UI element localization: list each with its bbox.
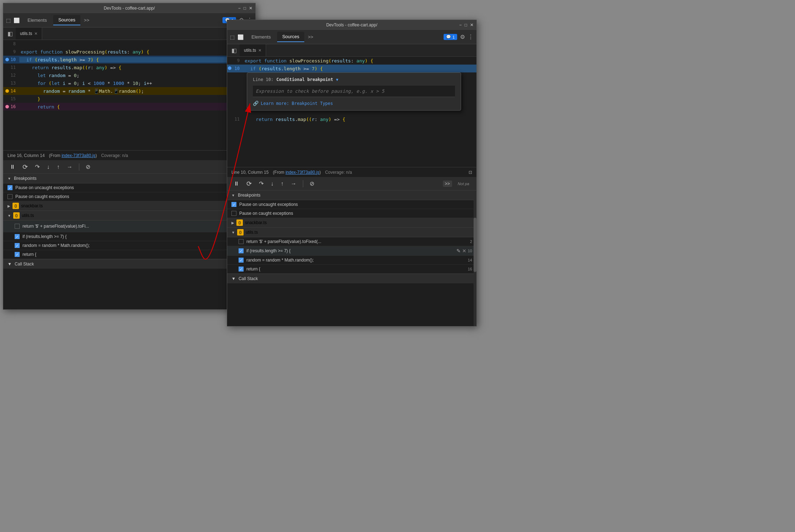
step-over-btn-2[interactable]: ↷	[257, 179, 266, 188]
tab-more-1[interactable]: >>	[82, 16, 91, 24]
file-tab-utils-1[interactable]: utils.ts ✕	[16, 27, 42, 40]
call-stack-header-1[interactable]: ▼ Call Stack	[3, 259, 255, 269]
no-breakpoints-btn-2[interactable]: ⊘	[308, 179, 316, 188]
step-over-btn-1[interactable]: ↷	[33, 162, 42, 172]
pause-uncaught-label-1: Pause on uncaught exceptions	[15, 185, 74, 190]
console-icon-2: 💬	[446, 35, 451, 39]
utils-group-1[interactable]: ▼ {} utils.ts	[3, 211, 255, 221]
step-out-btn-1[interactable]: ↑	[55, 162, 62, 172]
bp-return-dollar-checkbox-1[interactable]	[15, 224, 20, 229]
utils-group-2[interactable]: ▼ {} utils.ts	[227, 228, 476, 237]
pause-uncaught-checkbox-2[interactable]	[231, 202, 236, 207]
code-area-2: 9 export function slowProcessing(results…	[227, 57, 476, 167]
more-icon-2[interactable]: ⋮	[468, 34, 474, 40]
bp-return-text-2: return {	[246, 267, 260, 272]
coverage-expand-2[interactable]: ⊡	[469, 170, 472, 175]
breakpoints-header-2[interactable]: ▼ Breakpoints	[227, 191, 476, 200]
pause-btn-1[interactable]: ⏸	[8, 162, 18, 172]
inspect-icon-2[interactable]: ⬚	[230, 34, 235, 40]
bp-return-dollar-text-2: return '$' + parseFloat(value).toFixed(.…	[246, 239, 321, 244]
code-line-10-w2: 10 if (results.length >= 7) {	[227, 65, 476, 72]
from-link-1[interactable]: index-73f73a80.js	[61, 153, 95, 158]
conditional-bp-dropdown[interactable]: ▼	[336, 77, 339, 82]
gear-icon-2[interactable]: ⚙	[460, 34, 465, 40]
bp-random-checkbox-1[interactable]	[15, 243, 20, 248]
step-through-btn-1[interactable]: →	[65, 162, 75, 172]
delete-bp-icon-2[interactable]: ✕	[462, 248, 466, 254]
console-badge-2[interactable]: 💬 1	[444, 34, 457, 40]
pause-uncaught-checkbox-1[interactable]	[8, 185, 12, 190]
code-line-14: 14 random = random * 📱Math.📱random();	[3, 87, 255, 95]
code-area-1: 8 9 export function slowProcessing(resul…	[3, 40, 255, 150]
pause-caught-checkbox-1[interactable]	[8, 194, 12, 199]
file-tab-close-2[interactable]: ✕	[258, 48, 261, 53]
close-btn-1[interactable]: ✕	[249, 6, 252, 11]
tab-elements-1[interactable]: Elements	[22, 15, 52, 25]
snackbar-name-2: snackbar.ts	[245, 220, 267, 225]
title-controls-1: − □ ✕	[238, 6, 252, 11]
device-icon-2[interactable]: ⬜	[238, 34, 244, 40]
call-stack-header-2[interactable]: ▼ Call Stack	[227, 274, 476, 283]
pause-uncaught-1: Pause on uncaught exceptions	[3, 183, 255, 192]
maximize-btn-1[interactable]: □	[244, 6, 246, 11]
step-into-btn-1[interactable]: ↓	[45, 162, 52, 172]
snackbar-group-2[interactable]: ▶ {} snackbar.ts	[227, 218, 476, 228]
pause-btn-2[interactable]: ⏸	[231, 179, 241, 188]
title-bar-1: DevTools - coffee-cart.app/ − □ ✕	[3, 3, 255, 13]
file-tab-bar-1: ◧ utils.ts ✕	[3, 27, 255, 40]
more-panel-btn-2[interactable]: >>	[443, 181, 452, 187]
file-tab-utils-2[interactable]: utils.ts ✕	[240, 44, 266, 56]
external-link-icon: 🔗	[253, 101, 259, 106]
conditional-bp-input[interactable]	[253, 86, 455, 97]
bp-return-checkbox-1[interactable]	[15, 252, 20, 257]
maximize-btn-2[interactable]: □	[465, 22, 467, 27]
pause-uncaught-label-2: Pause on uncaught exceptions	[239, 202, 298, 207]
step-into-btn-2[interactable]: ↓	[269, 179, 276, 188]
code-line-15: 15 }	[3, 95, 255, 103]
not-pa-label: Not pa	[455, 181, 472, 187]
device-icon-1[interactable]: ⬜	[14, 17, 20, 23]
resume-btn-2[interactable]: ⟳	[244, 178, 254, 189]
step-through-btn-2[interactable]: →	[289, 179, 299, 188]
pause-caught-checkbox-2[interactable]	[231, 211, 236, 216]
tab-more-2[interactable]: >>	[306, 33, 315, 41]
snackbar-group-1[interactable]: ▶ {} snackbar.ts	[3, 201, 255, 211]
sidebar-toggle-1[interactable]: ◧	[5, 29, 16, 39]
file-tab-close-1[interactable]: ✕	[34, 31, 38, 36]
bp-if-checkbox-2[interactable]	[239, 248, 244, 253]
from-link-2[interactable]: index-73f73a80.js	[285, 170, 319, 175]
step-out-btn-2[interactable]: ↑	[279, 179, 286, 188]
bp-title-1: Breakpoints	[14, 176, 36, 181]
minimize-btn-2[interactable]: −	[459, 22, 462, 27]
title-controls-2: − □ ✕	[459, 22, 474, 27]
scrollbar-thumb-2[interactable]	[474, 218, 476, 272]
bp-return-checkbox-2[interactable]	[239, 267, 244, 272]
bp-return-text-1: return {	[22, 252, 36, 257]
cursor-position-1: Line 16, Column 14	[8, 153, 45, 158]
sidebar-toggle-2[interactable]: ◧	[229, 46, 240, 55]
bp-random-checkbox-2[interactable]	[239, 258, 244, 263]
no-breakpoints-btn-1[interactable]: ⊘	[84, 162, 92, 172]
bp-return-dollar-text-1: return '$' + parseFloat(value).toFi...	[22, 224, 89, 229]
code-line-11: 11 return results.map((r: any) => {	[3, 64, 255, 71]
call-stack-arrow-2: ▼	[231, 276, 236, 281]
minimize-btn-1[interactable]: −	[238, 6, 241, 11]
scrollbar-v-2[interactable]	[474, 191, 476, 326]
bp-item-if-1: if (results.length >= 7) { 10	[3, 232, 255, 241]
conditional-bp-type-label: Conditional breakpoint	[276, 77, 333, 82]
tab-sources-1[interactable]: Sources	[53, 15, 80, 25]
bp-line-num-16-2: 16	[468, 267, 472, 271]
bp-return-dollar-checkbox-2[interactable]	[239, 239, 244, 244]
bp-if-checkbox-1[interactable]	[15, 234, 20, 239]
devtools-window-1: DevTools - coffee-cart.app/ − □ ✕ ⬚ ⬜ El…	[3, 3, 256, 310]
breakpoints-header-1[interactable]: ▼ Breakpoints	[3, 174, 255, 183]
edit-bp-icon-2[interactable]: ✎	[456, 248, 461, 254]
pause-caught-label-1: Pause on caught exceptions	[15, 194, 69, 199]
inspect-icon-1[interactable]: ⬚	[6, 17, 11, 23]
resume-btn-1[interactable]: ⟳	[20, 162, 30, 172]
tab-sources-2[interactable]: Sources	[277, 32, 304, 42]
learn-more-link[interactable]: 🔗 Learn more: Breakpoint Types	[253, 101, 455, 106]
conditional-bp-popup: Line 10: Conditional breakpoint ▼ 🔗 Lear…	[247, 72, 461, 111]
close-btn-2[interactable]: ✕	[470, 22, 474, 27]
tab-elements-2[interactable]: Elements	[246, 32, 276, 42]
